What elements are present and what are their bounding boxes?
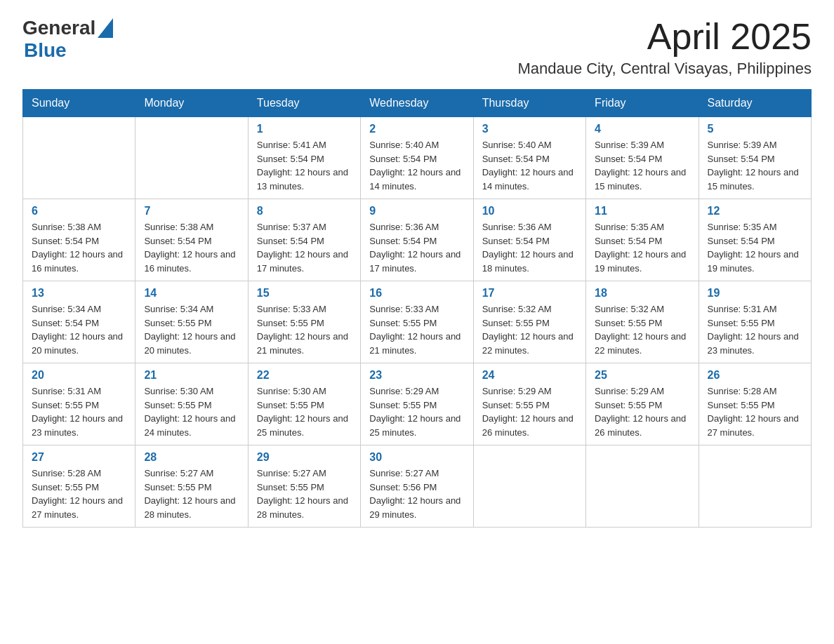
day-number: 24: [482, 369, 577, 382]
calendar-header-row: SundayMondayTuesdayWednesdayThursdayFrid…: [23, 90, 812, 117]
calendar-cell: 28Sunrise: 5:27 AM Sunset: 5:55 PM Dayli…: [135, 445, 248, 528]
day-number: 26: [708, 369, 802, 382]
day-number: 11: [595, 205, 689, 217]
day-info: Sunrise: 5:41 AM Sunset: 5:54 PM Dayligh…: [257, 138, 352, 193]
day-info: Sunrise: 5:27 AM Sunset: 5:55 PM Dayligh…: [257, 467, 352, 521]
calendar-cell: 10Sunrise: 5:36 AM Sunset: 5:54 PM Dayli…: [473, 199, 585, 281]
title-area: April 2025 Mandaue City, Central Visayas…: [517, 17, 812, 78]
day-info: Sunrise: 5:33 AM Sunset: 5:55 PM Dayligh…: [257, 302, 352, 357]
page-subtitle: Mandaue City, Central Visayas, Philippin…: [517, 60, 812, 78]
calendar-week-row: 6Sunrise: 5:38 AM Sunset: 5:54 PM Daylig…: [23, 199, 812, 281]
calendar-header-wednesday: Wednesday: [361, 90, 473, 117]
day-info: Sunrise: 5:39 AM Sunset: 5:54 PM Dayligh…: [708, 138, 802, 193]
calendar-table: SundayMondayTuesdayWednesdayThursdayFrid…: [22, 89, 812, 528]
day-info: Sunrise: 5:39 AM Sunset: 5:54 PM Dayligh…: [595, 138, 689, 193]
calendar-cell: 12Sunrise: 5:35 AM Sunset: 5:54 PM Dayli…: [699, 199, 811, 281]
calendar-cell: 5Sunrise: 5:39 AM Sunset: 5:54 PM Daylig…: [699, 117, 811, 199]
calendar-cell: 29Sunrise: 5:27 AM Sunset: 5:55 PM Dayli…: [248, 445, 360, 528]
day-number: 5: [708, 123, 802, 135]
page-header: General Blue April 2025 Mandaue City, Ce…: [22, 17, 812, 78]
calendar-cell: 22Sunrise: 5:30 AM Sunset: 5:55 PM Dayli…: [248, 363, 360, 445]
day-number: 17: [482, 287, 577, 300]
calendar-cell: 30Sunrise: 5:27 AM Sunset: 5:56 PM Dayli…: [361, 445, 473, 528]
day-info: Sunrise: 5:40 AM Sunset: 5:54 PM Dayligh…: [369, 138, 464, 193]
day-info: Sunrise: 5:29 AM Sunset: 5:55 PM Dayligh…: [595, 384, 689, 439]
day-number: 25: [595, 369, 689, 382]
day-info: Sunrise: 5:32 AM Sunset: 5:55 PM Dayligh…: [482, 302, 577, 357]
day-info: Sunrise: 5:30 AM Sunset: 5:55 PM Dayligh…: [144, 384, 239, 439]
day-number: 7: [144, 205, 239, 217]
calendar-week-row: 20Sunrise: 5:31 AM Sunset: 5:55 PM Dayli…: [23, 363, 812, 445]
calendar-cell: 18Sunrise: 5:32 AM Sunset: 5:55 PM Dayli…: [586, 281, 699, 363]
calendar-header-tuesday: Tuesday: [248, 90, 360, 117]
logo-general-text: General: [22, 17, 95, 39]
day-number: 13: [32, 287, 126, 300]
day-info: Sunrise: 5:34 AM Sunset: 5:54 PM Dayligh…: [32, 302, 126, 357]
day-info: Sunrise: 5:35 AM Sunset: 5:54 PM Dayligh…: [595, 220, 689, 275]
day-number: 16: [369, 287, 464, 300]
day-number: 27: [32, 451, 126, 464]
calendar-header-monday: Monday: [135, 90, 248, 117]
day-number: 29: [257, 451, 352, 464]
calendar-cell: 7Sunrise: 5:38 AM Sunset: 5:54 PM Daylig…: [135, 199, 248, 281]
day-info: Sunrise: 5:36 AM Sunset: 5:54 PM Dayligh…: [482, 220, 577, 275]
day-info: Sunrise: 5:38 AM Sunset: 5:54 PM Dayligh…: [144, 220, 239, 275]
calendar-cell: 16Sunrise: 5:33 AM Sunset: 5:55 PM Dayli…: [361, 281, 473, 363]
calendar-cell: 11Sunrise: 5:35 AM Sunset: 5:54 PM Dayli…: [586, 199, 699, 281]
calendar-cell: 14Sunrise: 5:34 AM Sunset: 5:55 PM Dayli…: [135, 281, 248, 363]
day-number: 19: [708, 287, 802, 300]
page-title: April 2025: [517, 17, 812, 57]
calendar-cell: 21Sunrise: 5:30 AM Sunset: 5:55 PM Dayli…: [135, 363, 248, 445]
day-number: 1: [257, 123, 352, 135]
calendar-week-row: 13Sunrise: 5:34 AM Sunset: 5:54 PM Dayli…: [23, 281, 812, 363]
day-info: Sunrise: 5:29 AM Sunset: 5:55 PM Dayligh…: [482, 384, 577, 439]
calendar-header-friday: Friday: [586, 90, 699, 117]
day-number: 22: [257, 369, 352, 382]
calendar-cell: 6Sunrise: 5:38 AM Sunset: 5:54 PM Daylig…: [23, 199, 135, 281]
calendar-cell: [699, 445, 811, 528]
day-number: 2: [369, 123, 464, 135]
logo: General Blue: [22, 17, 113, 62]
day-number: 12: [708, 205, 802, 217]
day-number: 3: [482, 123, 577, 135]
calendar-cell: [473, 445, 585, 528]
day-info: Sunrise: 5:40 AM Sunset: 5:54 PM Dayligh…: [482, 138, 577, 193]
calendar-cell: 4Sunrise: 5:39 AM Sunset: 5:54 PM Daylig…: [586, 117, 699, 199]
calendar-week-row: 1Sunrise: 5:41 AM Sunset: 5:54 PM Daylig…: [23, 117, 812, 199]
day-number: 14: [144, 287, 239, 300]
svg-marker-0: [98, 18, 113, 38]
day-number: 8: [257, 205, 352, 217]
day-number: 4: [595, 123, 689, 135]
day-info: Sunrise: 5:34 AM Sunset: 5:55 PM Dayligh…: [144, 302, 239, 357]
calendar-cell: 2Sunrise: 5:40 AM Sunset: 5:54 PM Daylig…: [361, 117, 473, 199]
calendar-cell: 20Sunrise: 5:31 AM Sunset: 5:55 PM Dayli…: [23, 363, 135, 445]
calendar-cell: 1Sunrise: 5:41 AM Sunset: 5:54 PM Daylig…: [248, 117, 360, 199]
day-info: Sunrise: 5:28 AM Sunset: 5:55 PM Dayligh…: [32, 467, 126, 521]
calendar-header-saturday: Saturday: [699, 90, 811, 117]
day-number: 28: [144, 451, 239, 464]
day-number: 15: [257, 287, 352, 300]
calendar-cell: 13Sunrise: 5:34 AM Sunset: 5:54 PM Dayli…: [23, 281, 135, 363]
calendar-cell: 23Sunrise: 5:29 AM Sunset: 5:55 PM Dayli…: [361, 363, 473, 445]
day-info: Sunrise: 5:30 AM Sunset: 5:55 PM Dayligh…: [257, 384, 352, 439]
day-info: Sunrise: 5:32 AM Sunset: 5:55 PM Dayligh…: [595, 302, 689, 357]
calendar-cell: 19Sunrise: 5:31 AM Sunset: 5:55 PM Dayli…: [699, 281, 811, 363]
calendar-cell: [586, 445, 699, 528]
calendar-cell: 27Sunrise: 5:28 AM Sunset: 5:55 PM Dayli…: [23, 445, 135, 528]
day-number: 21: [144, 369, 239, 382]
day-number: 30: [369, 451, 464, 464]
day-info: Sunrise: 5:27 AM Sunset: 5:55 PM Dayligh…: [144, 467, 239, 521]
calendar-header-sunday: Sunday: [23, 90, 135, 117]
calendar-cell: [23, 117, 135, 199]
day-number: 18: [595, 287, 689, 300]
calendar-week-row: 27Sunrise: 5:28 AM Sunset: 5:55 PM Dayli…: [23, 445, 812, 528]
day-info: Sunrise: 5:28 AM Sunset: 5:55 PM Dayligh…: [708, 384, 802, 439]
day-info: Sunrise: 5:31 AM Sunset: 5:55 PM Dayligh…: [32, 384, 126, 439]
day-info: Sunrise: 5:35 AM Sunset: 5:54 PM Dayligh…: [708, 220, 802, 275]
calendar-cell: 15Sunrise: 5:33 AM Sunset: 5:55 PM Dayli…: [248, 281, 360, 363]
logo-triangle-icon: [98, 18, 113, 38]
day-info: Sunrise: 5:33 AM Sunset: 5:55 PM Dayligh…: [369, 302, 464, 357]
day-info: Sunrise: 5:36 AM Sunset: 5:54 PM Dayligh…: [369, 220, 464, 275]
calendar-cell: [135, 117, 248, 199]
calendar-header-thursday: Thursday: [473, 90, 585, 117]
